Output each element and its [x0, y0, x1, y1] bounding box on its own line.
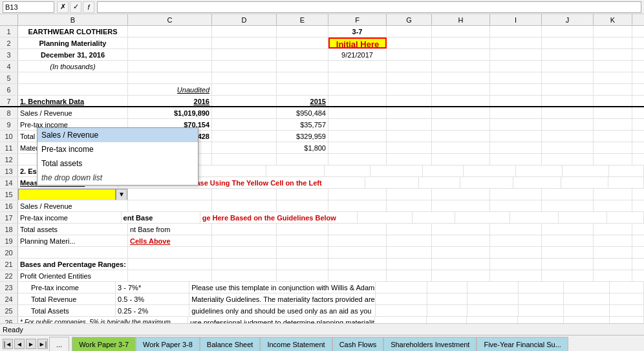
- cell-d12[interactable]: [212, 154, 277, 165]
- cell-c23[interactable]: 3 - 7%*: [116, 282, 189, 293]
- cell-g8[interactable]: [387, 107, 432, 118]
- cell-i21[interactable]: [490, 259, 542, 270]
- cell-i20[interactable]: [490, 247, 542, 258]
- cell-k25[interactable]: [610, 305, 644, 316]
- cell-i5[interactable]: [490, 72, 542, 83]
- cell-d7[interactable]: [212, 96, 277, 106]
- cell-k10[interactable]: [594, 131, 632, 142]
- cell-e10[interactable]: $329,959: [277, 131, 328, 142]
- cell-i6[interactable]: [490, 84, 542, 95]
- col-header-d[interactable]: D: [212, 14, 277, 25]
- cell-k22[interactable]: [594, 270, 632, 281]
- cell-j6[interactable]: [542, 84, 594, 95]
- cell-k18[interactable]: [594, 224, 632, 235]
- cell-h5[interactable]: [432, 72, 490, 83]
- cell-c13[interactable]: [191, 165, 266, 176]
- cell-k4[interactable]: [594, 61, 632, 72]
- cell-h16[interactable]: [432, 200, 490, 211]
- cell-c22[interactable]: [128, 270, 212, 281]
- cell-j15[interactable]: [542, 189, 594, 200]
- tab-nav-prev[interactable]: ◄: [14, 339, 25, 349]
- cell-f7[interactable]: [328, 96, 387, 106]
- cell-j16[interactable]: [542, 200, 594, 211]
- cell-f12[interactable]: [328, 154, 387, 165]
- tab-shareholders[interactable]: Shareholders Investment: [383, 337, 477, 351]
- cell-j1[interactable]: [542, 26, 594, 37]
- cell-e21[interactable]: [277, 259, 328, 270]
- cell-f2-initial-here[interactable]: Initial Here: [328, 37, 387, 48]
- cell-f8[interactable]: [328, 107, 387, 118]
- cell-g10[interactable]: [387, 131, 432, 142]
- cell-d1[interactable]: [212, 26, 277, 37]
- cell-j10[interactable]: [542, 131, 594, 142]
- cell-j19[interactable]: [542, 235, 594, 246]
- cell-k19[interactable]: [594, 235, 632, 246]
- cell-d10[interactable]: [212, 131, 277, 142]
- cell-g25[interactable]: [427, 305, 467, 316]
- cell-j22[interactable]: [542, 270, 594, 281]
- cell-f24[interactable]: [376, 293, 427, 304]
- cell-i24[interactable]: [519, 293, 564, 304]
- tab-balance-sheet[interactable]: Balance Sheet: [200, 337, 261, 351]
- cell-d22[interactable]: [212, 270, 277, 281]
- cell-c20[interactable]: [128, 247, 212, 258]
- cell-b20[interactable]: [18, 247, 128, 258]
- cell-b3[interactable]: December 31, 2016: [18, 49, 128, 60]
- cell-h14[interactable]: [460, 177, 513, 188]
- cell-k23[interactable]: [610, 282, 644, 293]
- dropdown-item-sales[interactable]: Sales / Revenue: [38, 128, 198, 142]
- cell-h21[interactable]: [432, 259, 490, 270]
- col-header-b[interactable]: B: [18, 14, 128, 25]
- col-header-g[interactable]: G: [387, 14, 432, 25]
- cell-g6[interactable]: [387, 84, 432, 95]
- cell-j5[interactable]: [542, 72, 594, 83]
- cell-g1[interactable]: [387, 26, 432, 37]
- cell-h9[interactable]: [432, 119, 490, 130]
- cell-i4[interactable]: [490, 61, 542, 72]
- cell-f17[interactable]: [358, 212, 413, 223]
- cell-c4[interactable]: [128, 61, 212, 72]
- cell-g9[interactable]: [387, 119, 432, 130]
- cell-j21[interactable]: [542, 259, 594, 270]
- cell-g16[interactable]: [387, 200, 432, 211]
- cell-h4[interactable]: [432, 61, 490, 72]
- cell-h19[interactable]: [432, 235, 490, 246]
- cell-d13[interactable]: [266, 165, 325, 176]
- cell-f3[interactable]: 9/21/2017: [328, 49, 387, 60]
- tab-income-statement[interactable]: Income Statement: [260, 337, 332, 351]
- cell-f13[interactable]: [370, 165, 423, 176]
- cell-g13[interactable]: [423, 165, 464, 176]
- cell-j24[interactable]: [564, 293, 610, 304]
- dropdown-item-pretax[interactable]: Pre-tax income: [38, 142, 198, 156]
- cell-g5[interactable]: [387, 72, 432, 83]
- cell-g19[interactable]: [387, 235, 432, 246]
- cell-d5[interactable]: [212, 72, 277, 83]
- cell-j11[interactable]: [542, 142, 594, 153]
- cell-k12[interactable]: [594, 154, 632, 165]
- cell-k3[interactable]: [594, 49, 632, 60]
- cell-i13[interactable]: [516, 165, 563, 176]
- cell-b16[interactable]: Sales / Revenue: [18, 200, 128, 211]
- cell-g15[interactable]: [387, 189, 432, 200]
- cell-c18[interactable]: nt Base from: [128, 224, 212, 235]
- cell-c21[interactable]: [128, 259, 212, 270]
- cell-i16[interactable]: [490, 200, 542, 211]
- cell-g21[interactable]: [387, 259, 432, 270]
- cell-e9[interactable]: $35,757: [277, 119, 328, 130]
- tab-more[interactable]: ...: [49, 337, 69, 351]
- cell-e3[interactable]: [277, 49, 328, 60]
- cell-k20[interactable]: [594, 247, 632, 258]
- cell-g22[interactable]: [387, 270, 432, 281]
- cell-e18[interactable]: [277, 224, 328, 235]
- cell-j14[interactable]: [561, 177, 608, 188]
- cell-d21[interactable]: [212, 259, 277, 270]
- cell-b18[interactable]: Total assets: [18, 224, 128, 235]
- cell-g20[interactable]: [387, 247, 432, 258]
- cell-e19[interactable]: [277, 235, 328, 246]
- cell-j12[interactable]: [542, 154, 594, 165]
- col-header-f[interactable]: F: [328, 14, 387, 25]
- cell-g23[interactable]: [427, 282, 467, 293]
- cell-d6[interactable]: [212, 84, 277, 95]
- cell-b22[interactable]: Profit Oriented Entities: [18, 270, 128, 281]
- cell-e7[interactable]: 2015: [277, 96, 328, 106]
